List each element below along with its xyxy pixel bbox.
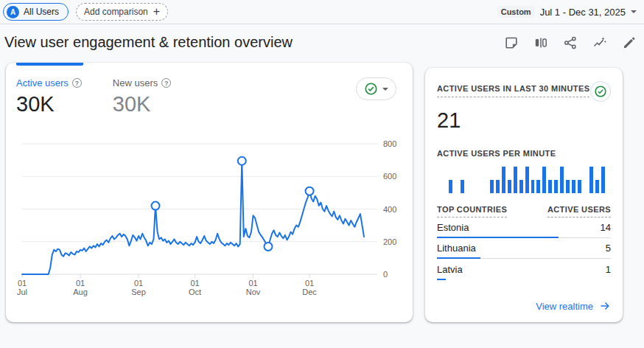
realtime-card: ACTIVE USERS IN LAST 30 MINUTES 21 ACTIV… — [425, 68, 623, 322]
country-bar — [437, 279, 446, 281]
insights-icon[interactable] — [592, 35, 607, 50]
svg-text:Sep: Sep — [131, 288, 146, 296]
check-circle-icon — [364, 82, 378, 96]
edit-icon[interactable] — [621, 35, 637, 50]
minute-bar — [595, 180, 599, 193]
svg-text:01: 01 — [134, 279, 143, 288]
plus-icon: + — [153, 6, 160, 18]
realtime-header-label: ACTIVE USERS IN LAST 30 MINUTES — [437, 84, 589, 97]
minute-bar — [508, 180, 511, 193]
add-comparison-button[interactable]: Add comparison + — [76, 3, 168, 21]
data-quality-dropdown[interactable] — [356, 77, 396, 100]
active-metric-tab-indicator — [16, 63, 83, 66]
minute-bar — [502, 167, 505, 193]
add-comparison-label: Add comparison — [84, 7, 148, 17]
svg-text:600: 600 — [383, 172, 396, 181]
check-circle-icon — [594, 85, 607, 98]
date-range-mode-badge: Custom — [497, 6, 535, 18]
per-minute-label: ACTIVE USERS PER MINUTE — [437, 149, 611, 158]
report-content: Active users ? 30K New users ? 30K — [0, 58, 644, 322]
active-users-value: 30K — [16, 92, 82, 116]
metric-selector-row: Active users ? 30K New users ? 30K — [6, 63, 413, 116]
svg-text:01: 01 — [190, 279, 199, 288]
date-range-label: Jul 1 - Dec 31, 2025 — [540, 7, 626, 18]
minute-bar — [542, 167, 546, 193]
minute-bar — [525, 167, 529, 193]
arrow-right-icon — [599, 300, 611, 312]
country-users: 5 — [606, 243, 611, 254]
svg-text:200: 200 — [383, 237, 396, 246]
minute-bar — [554, 180, 558, 193]
realtime-active-users-count: 21 — [437, 108, 611, 133]
svg-text:Oct: Oct — [189, 288, 201, 296]
country-name: Estonia — [437, 222, 469, 233]
country-name: Lithuania — [437, 243, 476, 254]
svg-text:800: 800 — [383, 139, 396, 148]
svg-text:Nov: Nov — [246, 288, 261, 296]
notes-icon[interactable] — [503, 35, 519, 50]
minute-bar — [578, 180, 581, 193]
svg-text:400: 400 — [383, 205, 396, 214]
new-users-label: New users — [113, 77, 158, 88]
metric-tab-active-users[interactable]: Active users ? 30K — [16, 77, 82, 116]
minute-bar — [519, 180, 523, 193]
active-users-column-header: ACTIVE USERS — [547, 205, 611, 218]
date-range-picker[interactable]: Custom Jul 1 - Dec 31, 2025 — [497, 6, 637, 18]
svg-text:Jul: Jul — [17, 288, 27, 296]
countries-table-header: TOP COUNTRIES ACTIVE USERS — [437, 205, 611, 218]
svg-text:Aug: Aug — [73, 288, 88, 296]
svg-text:01: 01 — [305, 279, 314, 288]
comparison-icon[interactable] — [533, 35, 548, 50]
minute-bar — [490, 180, 494, 193]
new-users-value: 30K — [113, 92, 171, 116]
active-users-chart-card: Active users ? 30K New users ? 30K — [6, 63, 413, 322]
table-row[interactable]: Estonia 14 — [437, 218, 611, 238]
page-title: View user engagement & retention overvie… — [4, 34, 293, 51]
svg-text:01: 01 — [18, 279, 27, 288]
minute-bar — [566, 180, 570, 193]
view-realtime-link[interactable]: View realtime — [536, 300, 611, 312]
minute-bar — [449, 180, 452, 193]
minute-bar — [560, 167, 564, 193]
minute-bar — [548, 180, 552, 193]
title-bar: View user engagement & retention overvie… — [0, 24, 644, 58]
audience-avatar: A — [7, 6, 19, 18]
svg-text:0: 0 — [383, 270, 388, 279]
country-users: 14 — [601, 222, 611, 233]
active-users-label: Active users — [16, 77, 69, 88]
minute-bar — [589, 167, 593, 193]
report-actions — [503, 35, 637, 50]
help-icon[interactable]: ? — [72, 78, 82, 88]
audience-chip-all-users[interactable]: A All Users — [3, 3, 69, 21]
svg-text:Dec: Dec — [302, 288, 317, 296]
audience-chips: A All Users Add comparison + — [3, 3, 168, 21]
top-countries-column-header: TOP COUNTRIES — [437, 205, 507, 218]
share-icon[interactable] — [562, 35, 578, 50]
minute-bar — [461, 180, 464, 193]
help-icon[interactable]: ? — [161, 78, 171, 88]
svg-text:01: 01 — [76, 279, 85, 288]
chevron-down-icon — [382, 88, 388, 91]
minute-bar — [531, 180, 535, 193]
minute-bar — [572, 180, 575, 193]
country-name: Latvia — [437, 264, 463, 275]
chevron-down-icon — [631, 10, 637, 13]
top-bar: A All Users Add comparison + Custom Jul … — [0, 0, 644, 24]
metric-tab-new-users[interactable]: New users ? 30K — [113, 77, 171, 116]
minute-bar — [536, 180, 540, 193]
svg-text:01: 01 — [248, 279, 257, 288]
country-users: 1 — [606, 264, 611, 275]
table-row[interactable]: Lithuania 5 — [437, 238, 611, 259]
minute-bar — [514, 167, 517, 193]
minute-bar — [496, 180, 500, 193]
realtime-status-badge[interactable] — [590, 81, 611, 102]
view-realtime-label: View realtime — [536, 301, 593, 312]
audience-chip-label: All Users — [24, 7, 59, 17]
active-users-per-minute-chart[interactable] — [437, 167, 611, 193]
active-users-line-chart[interactable]: 020040060080001Jul01Aug01Sep01Oct01Nov01… — [6, 136, 413, 300]
table-row[interactable]: Latvia 1 — [437, 259, 611, 279]
minute-bar — [601, 167, 605, 193]
